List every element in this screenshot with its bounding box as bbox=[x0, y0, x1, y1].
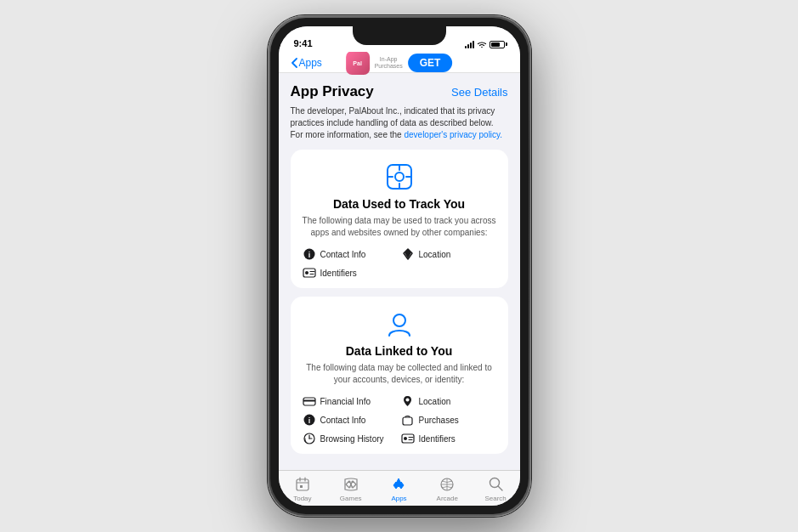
svg-text:i: i bbox=[308, 416, 310, 425]
notch bbox=[353, 26, 446, 45]
bag-icon bbox=[401, 413, 415, 427]
apps-icon bbox=[390, 476, 407, 493]
arcade-tab-label: Arcade bbox=[437, 495, 458, 502]
games-tab-label: Games bbox=[340, 495, 362, 502]
search-icon bbox=[487, 476, 504, 493]
nav-bar: Apps Pal In-App Purchases GET bbox=[279, 52, 520, 73]
today-tab-label: Today bbox=[293, 495, 311, 502]
nav-center: Pal In-App Purchases GET bbox=[346, 51, 453, 75]
list-item: Identifiers bbox=[303, 266, 398, 280]
in-app-purchases-label: In-App Purchases bbox=[375, 56, 403, 71]
see-details-link[interactable]: See Details bbox=[451, 86, 507, 99]
section-title: App Privacy bbox=[291, 83, 374, 100]
track-you-icon bbox=[384, 161, 415, 192]
svg-rect-26 bbox=[297, 479, 308, 490]
today-icon bbox=[294, 476, 311, 493]
privacy-policy-link[interactable]: developer's privacy policy. bbox=[404, 130, 502, 139]
svg-point-12 bbox=[393, 314, 405, 326]
app-icon: Pal bbox=[346, 51, 370, 75]
list-item: Browsing History bbox=[303, 432, 398, 445]
linked-to-you-items: Financial Info Location bbox=[303, 394, 496, 445]
apps-tab-label: Apps bbox=[391, 495, 406, 502]
tab-today[interactable]: Today bbox=[279, 476, 327, 502]
track-you-desc: The following data may be used to track … bbox=[303, 215, 496, 239]
identifiers-label-2: Identifiers bbox=[419, 434, 456, 444]
linked-to-you-icon bbox=[384, 308, 415, 339]
location-icon-2 bbox=[401, 394, 415, 408]
chevron-left-icon bbox=[291, 58, 297, 68]
linked-icon-area bbox=[303, 308, 496, 339]
svg-point-9 bbox=[305, 271, 308, 274]
privacy-description: The developer, PalAbout Inc., indicated … bbox=[291, 105, 508, 141]
track-you-items: i Contact Info bbox=[303, 247, 496, 280]
linked-to-you-card: Data Linked to You The following data ma… bbox=[291, 297, 508, 454]
creditcard-icon bbox=[303, 394, 316, 408]
list-item: Purchases bbox=[401, 413, 496, 427]
browsing-history-label: Browsing History bbox=[320, 434, 384, 444]
track-you-title: Data Used to Track You bbox=[303, 197, 496, 211]
purchases-label: Purchases bbox=[419, 416, 459, 425]
get-button[interactable]: GET bbox=[408, 54, 453, 72]
location-icon bbox=[401, 247, 415, 261]
tab-apps[interactable]: Apps bbox=[375, 476, 423, 502]
wifi-icon bbox=[477, 41, 487, 48]
location-label: Location bbox=[419, 250, 451, 259]
track-you-card: Data Used to Track You The following dat… bbox=[291, 150, 508, 288]
search-tab-label: Search bbox=[484, 495, 506, 502]
financial-info-label: Financial Info bbox=[320, 397, 371, 406]
svg-rect-30 bbox=[300, 485, 303, 488]
tab-arcade[interactable]: Arcade bbox=[423, 476, 472, 502]
browsing-history-icon bbox=[303, 432, 316, 445]
section-header: App Privacy See Details bbox=[291, 83, 508, 100]
info-circle-icon-2: i bbox=[303, 413, 316, 427]
status-icons bbox=[465, 40, 505, 48]
signal-bars-icon bbox=[465, 40, 474, 48]
linked-to-you-title: Data Linked to You bbox=[303, 344, 496, 358]
games-icon bbox=[342, 476, 359, 493]
linked-to-you-desc: The following data may be collected and … bbox=[303, 362, 496, 386]
list-item: Financial Info bbox=[303, 394, 398, 408]
track-icon-area bbox=[303, 161, 496, 192]
back-label: Apps bbox=[299, 57, 322, 69]
location-label-2: Location bbox=[419, 397, 451, 406]
list-item: Identifiers bbox=[401, 432, 496, 445]
identifiers-label: Identifiers bbox=[320, 269, 357, 278]
screen: 9:41 bbox=[279, 26, 520, 506]
info-circle-icon: i bbox=[303, 247, 316, 261]
list-item: i Contact Info bbox=[303, 247, 398, 261]
svg-rect-18 bbox=[403, 417, 412, 425]
svg-rect-14 bbox=[303, 399, 315, 401]
contact-info-label: Contact Info bbox=[320, 250, 366, 259]
tab-games[interactable]: Games bbox=[326, 476, 375, 502]
phone-frame: 9:41 bbox=[268, 15, 531, 517]
tab-search[interactable]: Search bbox=[472, 476, 520, 502]
battery-icon bbox=[490, 41, 505, 48]
svg-point-1 bbox=[395, 173, 404, 181]
arcade-icon bbox=[439, 476, 456, 493]
svg-line-33 bbox=[498, 486, 502, 490]
back-button[interactable]: Apps bbox=[291, 57, 322, 69]
contact-info-label-2: Contact Info bbox=[320, 416, 366, 425]
phone-inner: 9:41 bbox=[270, 18, 529, 514]
svg-point-15 bbox=[406, 399, 410, 402]
status-time: 9:41 bbox=[294, 38, 313, 48]
id-card-icon-2 bbox=[401, 432, 415, 445]
list-item: Location bbox=[401, 247, 496, 261]
tab-bar: Today Games bbox=[279, 470, 520, 506]
svg-text:i: i bbox=[308, 251, 310, 259]
list-item: i Contact Info bbox=[303, 413, 398, 427]
content-area: App Privacy See Details The developer, P… bbox=[279, 73, 520, 470]
id-card-icon bbox=[303, 266, 316, 280]
svg-point-23 bbox=[404, 437, 407, 440]
list-item: Location bbox=[401, 394, 496, 408]
